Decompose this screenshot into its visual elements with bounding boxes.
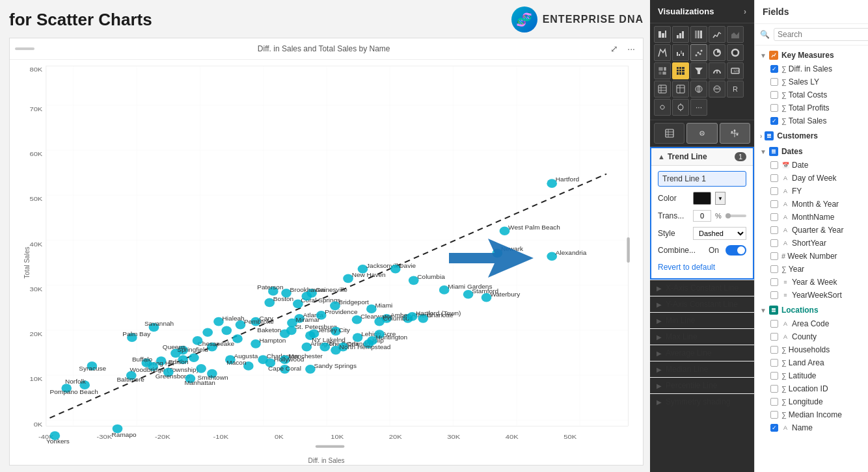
viz-100pct-bar[interactable] xyxy=(690,26,707,43)
field-median-income[interactable]: ∑ Median Income xyxy=(755,408,868,421)
viz-scatter[interactable] xyxy=(690,44,707,61)
field-year-week[interactable]: ≡ Year & Week xyxy=(755,276,868,289)
expand-btn[interactable]: ⤢ xyxy=(608,42,621,55)
customers-header[interactable]: › Customers xyxy=(755,129,868,143)
total-costs-checkbox[interactable] xyxy=(770,91,778,99)
viz-map[interactable] xyxy=(690,81,707,98)
field-location-id[interactable]: ∑ Location ID xyxy=(755,382,868,395)
viz-decomp[interactable] xyxy=(672,99,689,116)
sy-checkbox[interactable] xyxy=(770,239,778,247)
field-sales-ly[interactable]: ∑ Sales LY xyxy=(755,75,868,88)
viz-globe[interactable] xyxy=(709,81,726,98)
diff-in-sales-checkbox[interactable]: ✓ xyxy=(770,65,778,73)
viz-donut[interactable] xyxy=(727,44,744,61)
trend-color-dropdown[interactable]: ▼ xyxy=(715,192,726,205)
x-axis-constant-section[interactable]: ▶ X-Axis Constant Line xyxy=(650,280,754,296)
field-day-of-week[interactable]: A Day of Week xyxy=(755,172,868,185)
viz-card[interactable]: 123 xyxy=(727,62,744,79)
viz-waterfall[interactable] xyxy=(672,44,689,61)
my-checkbox[interactable] xyxy=(770,200,778,208)
viz-more[interactable]: ··· xyxy=(690,99,707,116)
date-checkbox[interactable] xyxy=(770,161,778,169)
trend-trans-input[interactable] xyxy=(693,210,711,222)
viz-ribbon[interactable] xyxy=(654,44,671,61)
viz-python[interactable] xyxy=(654,99,671,116)
median-line-section[interactable]: ▶ Median Line xyxy=(650,361,754,377)
yw-checkbox[interactable] xyxy=(770,278,778,286)
field-month-year[interactable]: A Month & Year xyxy=(755,198,868,211)
field-total-sales[interactable]: ✓ ∑ Total Sales xyxy=(755,114,868,127)
field-longitude[interactable]: ∑ Longitude xyxy=(755,395,868,408)
field-area-code[interactable]: A Area Code xyxy=(755,317,868,330)
trend-combine-toggle[interactable] xyxy=(726,245,746,256)
field-name-loc[interactable]: ✓ A Name xyxy=(755,421,868,434)
county-checkbox[interactable] xyxy=(770,333,778,341)
trend-color-swatch[interactable] xyxy=(693,192,711,205)
name-checkbox[interactable]: ✓ xyxy=(770,424,778,432)
year-checkbox[interactable] xyxy=(770,265,778,273)
viz-matrix-active[interactable] xyxy=(672,62,689,79)
field-fy[interactable]: A FY xyxy=(755,185,868,198)
max-line-section[interactable]: ▶ Max Line xyxy=(650,328,754,345)
y-axis-constant-section[interactable]: ▶ Y-Axis Constant Line xyxy=(650,296,754,312)
fields-search-input[interactable] xyxy=(774,28,868,41)
field-short-year[interactable]: A ShortYear xyxy=(755,237,868,250)
min-line-section[interactable]: ▶ Min Line xyxy=(650,312,754,328)
locations-header[interactable]: ▼ Locations xyxy=(755,303,868,317)
viz-table[interactable] xyxy=(654,81,671,98)
viz-bar-chart[interactable] xyxy=(672,26,689,43)
viz-funnel[interactable] xyxy=(690,62,707,79)
field-households[interactable]: ∑ Households xyxy=(755,343,868,356)
viz-area-chart[interactable] xyxy=(727,26,744,43)
sales-ly-checkbox[interactable] xyxy=(770,78,778,86)
hh-checkbox[interactable] xyxy=(770,346,778,354)
mi-checkbox[interactable] xyxy=(770,411,778,419)
fy-checkbox[interactable] xyxy=(770,187,778,195)
trend-panel-header[interactable]: ▲ Trend Line 1 xyxy=(651,148,753,166)
wn-checkbox[interactable] xyxy=(770,252,778,260)
percentile-section[interactable]: ▶ Percentile Line xyxy=(650,377,754,393)
dow-checkbox[interactable] xyxy=(770,174,778,182)
mn-checkbox[interactable] xyxy=(770,213,778,221)
viz-chevron-icon[interactable]: › xyxy=(744,7,746,16)
trend-name-input[interactable] xyxy=(662,174,760,183)
la-checkbox[interactable] xyxy=(770,359,778,367)
field-group-key-measures-header[interactable]: ▼ Key Measures xyxy=(755,48,868,62)
viz-r[interactable]: R xyxy=(727,81,744,98)
yws-checkbox[interactable] xyxy=(770,291,778,299)
field-total-costs[interactable]: ∑ Total Costs xyxy=(755,88,868,101)
total-profits-checkbox[interactable] xyxy=(770,104,778,112)
viz-pie[interactable] xyxy=(709,44,726,61)
field-diff-in-sales[interactable]: ✓ ∑ Diff. in Sales xyxy=(755,62,868,75)
lat-checkbox[interactable] xyxy=(770,372,778,380)
field-date[interactable]: 📅 Date xyxy=(755,159,868,172)
ac-checkbox[interactable] xyxy=(770,320,778,328)
field-total-profits[interactable]: ∑ Total Profits xyxy=(755,101,868,114)
field-week-number[interactable]: # Week Number xyxy=(755,250,868,263)
field-year[interactable]: ∑ Year xyxy=(755,263,868,276)
symmetry-section[interactable]: ▶ Symmetry shading xyxy=(650,393,754,410)
revert-to-default-btn[interactable]: Revert to default xyxy=(658,261,715,273)
viz-gauge[interactable] xyxy=(709,62,726,79)
average-line-section[interactable]: ▶ Average Line xyxy=(650,345,754,361)
chart-handle[interactable] xyxy=(15,47,34,50)
viz-line-chart[interactable] xyxy=(709,26,726,43)
viz-matrix2[interactable] xyxy=(672,81,689,98)
field-yearweeksort[interactable]: ≡ YearWeekSort xyxy=(755,289,868,302)
viz-fields-btn[interactable] xyxy=(654,123,685,144)
trend-trans-slider[interactable] xyxy=(726,215,746,217)
dates-header[interactable]: ▼ Dates xyxy=(755,144,868,159)
lng-checkbox[interactable] xyxy=(770,398,778,406)
field-county[interactable]: A County xyxy=(755,330,868,343)
lid-checkbox[interactable] xyxy=(770,385,778,393)
viz-treemap[interactable] xyxy=(654,62,671,79)
qy-checkbox[interactable] xyxy=(770,226,778,234)
field-land-area[interactable]: ∑ Land Area xyxy=(755,356,868,369)
total-sales-checkbox[interactable]: ✓ xyxy=(770,117,778,125)
field-latitude[interactable]: ∑ Latitude xyxy=(755,369,868,382)
trend-style-select[interactable]: Dashed Solid Dotted xyxy=(693,227,746,240)
viz-stacked-bar[interactable] xyxy=(654,26,671,43)
ellipsis-btn[interactable]: ··· xyxy=(625,42,638,55)
field-month-name[interactable]: A MonthName xyxy=(755,211,868,224)
field-quarter-year[interactable]: A Quarter & Year xyxy=(755,224,868,237)
